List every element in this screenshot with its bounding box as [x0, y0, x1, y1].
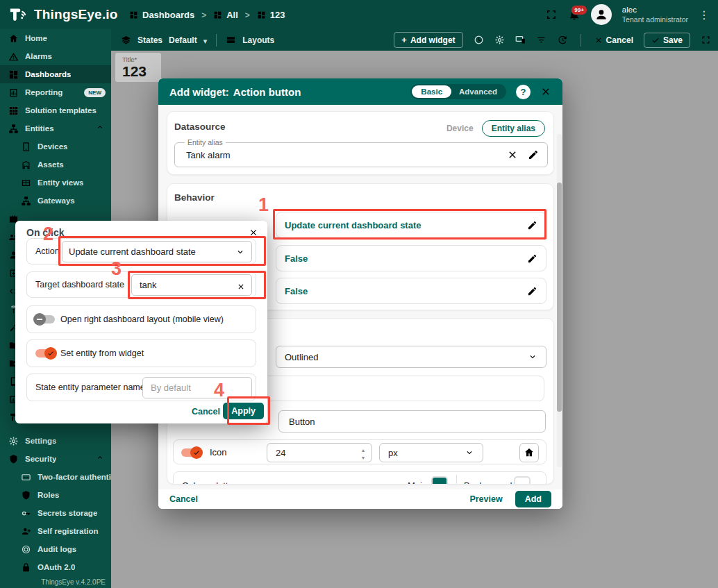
filter-icon[interactable] [536, 35, 546, 45]
chevron-down-icon[interactable] [203, 34, 208, 47]
breadcrumb-123[interactable]: 123 [257, 10, 285, 20]
fullscreen-icon[interactable] [545, 8, 558, 21]
help-icon[interactable]: ? [516, 85, 531, 99]
main-color-swatch[interactable] [431, 476, 448, 485]
set-entity-toggle[interactable] [33, 347, 57, 360]
edit-pencil-icon[interactable] [528, 149, 539, 160]
layouts-icon [226, 35, 236, 45]
sidebar-item-gateways[interactable]: Gateways [0, 192, 111, 210]
entity-alias-option[interactable]: Entity alias [482, 120, 545, 137]
brand-name: ThingsEye.io [34, 7, 118, 22]
state-entity-param-field[interactable] [142, 377, 252, 398]
sidebar-item-settings[interactable]: Settings [0, 432, 111, 450]
sidebar-item-roles[interactable]: Roles [0, 486, 111, 504]
clear-icon[interactable] [237, 281, 245, 289]
entity-alias-field[interactable]: Entity alias [174, 142, 548, 167]
edit-pencil-icon[interactable] [527, 253, 537, 264]
timewindow-clock-icon[interactable] [474, 35, 484, 45]
background-color-swatch[interactable] [514, 476, 531, 485]
sidebar-item-dashboards[interactable]: Dashboards [0, 65, 111, 83]
dialog-title: On click [26, 227, 64, 238]
stepper-arrows[interactable] [362, 445, 365, 460]
dashboard-settings-gear-icon[interactable] [494, 35, 505, 45]
dialog-cancel-button[interactable]: Cancel [192, 407, 220, 417]
sidebar-item-entity-views[interactable]: Entity views [0, 174, 111, 192]
target-state-field[interactable] [131, 274, 252, 296]
sidebar-item-audit-logs[interactable]: Audit logs [0, 540, 111, 558]
save-button[interactable]: Save [644, 33, 690, 48]
breadcrumb-separator-icon [201, 8, 206, 21]
dashboard-title-field[interactable]: Title* 123 [115, 53, 161, 82]
sidebar-item-two-factor[interactable]: Two-factor authenticati… [0, 468, 111, 486]
modal-cancel-button[interactable]: Cancel [169, 494, 198, 504]
stepper-up-icon[interactable] [362, 445, 365, 453]
mobile-layout-label: Open right dashboard layout (mobile view… [60, 306, 224, 333]
states-select[interactable]: Default [169, 35, 197, 45]
close-icon [594, 36, 603, 44]
avatar[interactable] [591, 4, 612, 25]
sidebar-item-security[interactable]: Security [0, 450, 111, 468]
sidebar-item-entities[interactable]: Entities [0, 119, 111, 137]
main-color-label: Main [408, 480, 427, 485]
on-click-action-value: Update current dashboard state [285, 220, 421, 230]
icon-unit-select[interactable]: px [379, 443, 483, 462]
edit-pencil-icon[interactable] [527, 286, 537, 296]
entity-alias-input[interactable] [185, 143, 408, 167]
color-palette-label: Color palette [182, 480, 233, 485]
basic-tab[interactable]: Basic [412, 85, 451, 98]
apply-button[interactable]: Apply [223, 403, 264, 419]
breadcrumb-all[interactable]: All [213, 10, 238, 20]
edit-pencil-icon[interactable] [527, 220, 537, 230]
breadcrumb: Dashboards All 123 [129, 0, 285, 29]
add-widget-button[interactable]: Add widget [394, 32, 462, 48]
fullscreen-dashboard-icon[interactable] [701, 35, 711, 45]
device-option[interactable]: Device [446, 124, 474, 133]
sidebar-item-reporting[interactable]: ReportingNEW [0, 83, 111, 101]
sidebar-item-home[interactable]: Home [0, 29, 111, 47]
mobile-layout-toggle[interactable] [33, 313, 57, 326]
on-click-action-row[interactable]: Update current dashboard state [276, 212, 546, 238]
behavior-false-row-1[interactable]: False [276, 245, 546, 271]
advanced-tab[interactable]: Advanced [451, 85, 505, 98]
action-select[interactable]: Update current dashboard state [62, 241, 252, 262]
add-button[interactable]: Add [515, 491, 551, 507]
cancel-edit-button[interactable]: Cancel [594, 35, 633, 45]
behavior-false-row-2[interactable]: False [276, 278, 546, 304]
scrollbar-thumb[interactable] [557, 183, 562, 412]
icon-picker-button[interactable] [519, 443, 539, 462]
notifications-bell-icon[interactable]: 99+ [568, 8, 581, 21]
dashboard-grid-icon [129, 10, 138, 19]
button-label-input[interactable] [287, 416, 512, 428]
state-entity-param-input[interactable] [149, 382, 245, 394]
sidebar-item-self-registration[interactable]: Self registration [0, 522, 111, 540]
close-icon[interactable] [249, 228, 258, 237]
clear-icon[interactable] [507, 149, 518, 160]
preview-button[interactable]: Preview [469, 494, 502, 504]
notifications-badge: 99+ [571, 5, 587, 15]
icon-toggle[interactable] [179, 446, 203, 459]
close-icon[interactable] [540, 86, 551, 97]
sidebar-item-secrets-storage[interactable]: Secrets storage [0, 504, 111, 522]
sidebar-item-devices[interactable]: Devices [0, 137, 111, 156]
brand-logo[interactable]: ThingsEye.io [8, 0, 118, 29]
button-label-field[interactable] [278, 410, 546, 432]
kebab-menu-icon[interactable] [699, 8, 710, 22]
stepper-down-icon[interactable] [362, 453, 365, 460]
breadcrumb-dashboards[interactable]: Dashboards [129, 10, 194, 20]
breadcrumb-separator-icon [245, 8, 250, 21]
target-state-input[interactable] [138, 279, 237, 291]
icon-size-stepper[interactable] [267, 443, 372, 462]
button-type-select[interactable]: Outlined [276, 346, 546, 368]
sidebar-item-alarms[interactable]: Alarms [0, 47, 111, 65]
check-icon [651, 36, 660, 44]
sidebar-item-oauth[interactable]: OAuth 2.0 [0, 558, 111, 576]
manage-layouts-screens-icon[interactable] [515, 35, 526, 45]
sidebar-item-assets[interactable]: Assets [0, 156, 111, 174]
layouts-button[interactable]: Layouts [242, 35, 274, 45]
modal-scrollbar[interactable] [557, 134, 562, 467]
icon-size-input[interactable] [274, 447, 323, 459]
sidebar-item-solution-templates[interactable]: Solution templates [0, 101, 111, 119]
version-history-icon[interactable] [557, 35, 567, 45]
user-info[interactable]: alec Tenant administrator [622, 6, 688, 23]
modal-title: Add widget:Action button [169, 86, 301, 98]
